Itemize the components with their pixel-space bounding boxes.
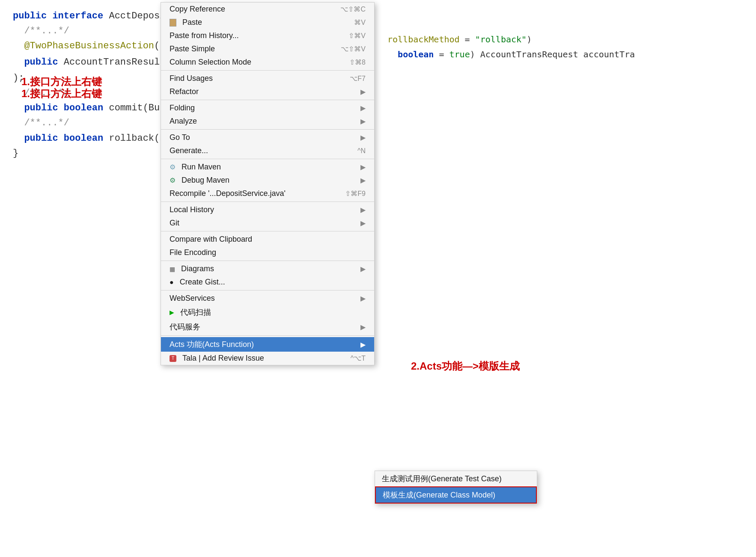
- arrow-icon: ▶: [360, 163, 366, 171]
- arrow-icon: ▶: [360, 176, 366, 184]
- separator-3: [161, 129, 374, 130]
- menu-item-file-encoding[interactable]: File Encoding: [161, 246, 374, 259]
- arrow-icon: ▶: [360, 341, 366, 349]
- arrow-icon: ▶: [360, 323, 366, 331]
- menu-item-folding[interactable]: Folding ▶: [161, 101, 374, 115]
- copy-reference-label: Copy Reference: [170, 5, 225, 14]
- menu-item-paste[interactable]: Paste ⌘V: [161, 16, 374, 29]
- arrow-icon: ▶: [360, 88, 366, 96]
- tala-icon: T: [170, 355, 176, 362]
- play-icon: ▶: [170, 309, 174, 316]
- menu-item-tala[interactable]: T Tala | Add Review Issue ^⌥T: [161, 352, 374, 365]
- context-menu: Copy Reference ⌥⇧⌘C Paste ⌘V Paste from …: [161, 2, 375, 365]
- separator-8: [161, 290, 374, 290]
- github-icon: ●: [170, 278, 174, 286]
- menu-item-code-scan[interactable]: ▶ 代码扫描: [161, 305, 374, 320]
- menu-item-column-selection[interactable]: Column Selection Mode ⇧⌘8: [161, 56, 374, 69]
- annotation-step1: 1.接口方法上右键: [21, 75, 102, 89]
- separator-6: [161, 231, 374, 231]
- submenu-item-generate-test[interactable]: 生成测试用例(Generate Test Case): [375, 471, 537, 486]
- menu-item-run-maven[interactable]: ⚙ Run Maven ▶: [161, 160, 374, 174]
- arrow-icon: ▶: [360, 206, 366, 214]
- menu-item-copy-reference[interactable]: Copy Reference ⌥⇧⌘C: [161, 3, 374, 16]
- arrow-icon: ▶: [360, 117, 366, 125]
- menu-item-create-gist[interactable]: ● Create Gist...: [161, 276, 374, 289]
- menu-item-refactor[interactable]: Refactor ▶: [161, 85, 374, 98]
- menu-item-recompile[interactable]: Recompile '...DepositService.java' ⇧⌘F9: [161, 187, 374, 200]
- separator-2: [161, 100, 374, 100]
- menu-item-acts-function[interactable]: Acts 功能(Acts Function) ▶: [161, 337, 374, 352]
- right-code: rollbackMethod = "rollback"): [387, 34, 751, 44]
- submenu-item-generate-class[interactable]: 模板生成(Generate Class Model): [375, 486, 537, 504]
- arrow-icon: ▶: [360, 219, 366, 227]
- menu-item-generate[interactable]: Generate... ^N: [161, 144, 374, 157]
- arrow-icon: ▶: [360, 294, 366, 302]
- menu-item-webservices[interactable]: WebServices ▶: [161, 292, 374, 305]
- separator-4: [161, 159, 374, 159]
- gear-blue-icon: ⚙: [170, 163, 176, 171]
- arrow-icon: ▶: [360, 104, 366, 112]
- menu-item-paste-simple[interactable]: Paste Simple ⌥⇧⌘V: [161, 42, 374, 56]
- arrow-icon: ▶: [360, 133, 366, 142]
- menu-item-analyze[interactable]: Analyze ▶: [161, 115, 374, 128]
- separator-5: [161, 201, 374, 202]
- paste-icon: [170, 19, 176, 27]
- annotation-step2: 2.Acts功能—>模版生成: [411, 359, 520, 373]
- menu-item-compare-clipboard[interactable]: Compare with Clipboard: [161, 233, 374, 246]
- menu-item-goto[interactable]: Go To ▶: [161, 131, 374, 144]
- menu-item-paste-history[interactable]: Paste from History... ⇧⌘V: [161, 29, 374, 42]
- diagrams-icon: ▦: [170, 266, 175, 273]
- separator-9: [161, 335, 374, 336]
- menu-item-local-history[interactable]: Local History ▶: [161, 203, 374, 216]
- right-code2: boolean = true) AccountTransRequest acco…: [387, 49, 751, 59]
- separator-7: [161, 261, 374, 261]
- menu-item-code-service[interactable]: 代码服务 ▶: [161, 320, 374, 334]
- arrow-icon: ▶: [360, 265, 366, 273]
- separator-1: [161, 70, 374, 71]
- menu-item-git[interactable]: Git ▶: [161, 216, 374, 230]
- submenu-acts: 生成测试用例(Generate Test Case) 模板生成(Generate…: [375, 471, 537, 504]
- menu-item-diagrams[interactable]: ▦ Diagrams ▶: [161, 262, 374, 276]
- gear-green-icon: ⚙: [170, 176, 176, 184]
- menu-item-find-usages[interactable]: Find Usages ⌥F7: [161, 72, 374, 85]
- menu-item-debug-maven[interactable]: ⚙ Debug Maven ▶: [161, 174, 374, 187]
